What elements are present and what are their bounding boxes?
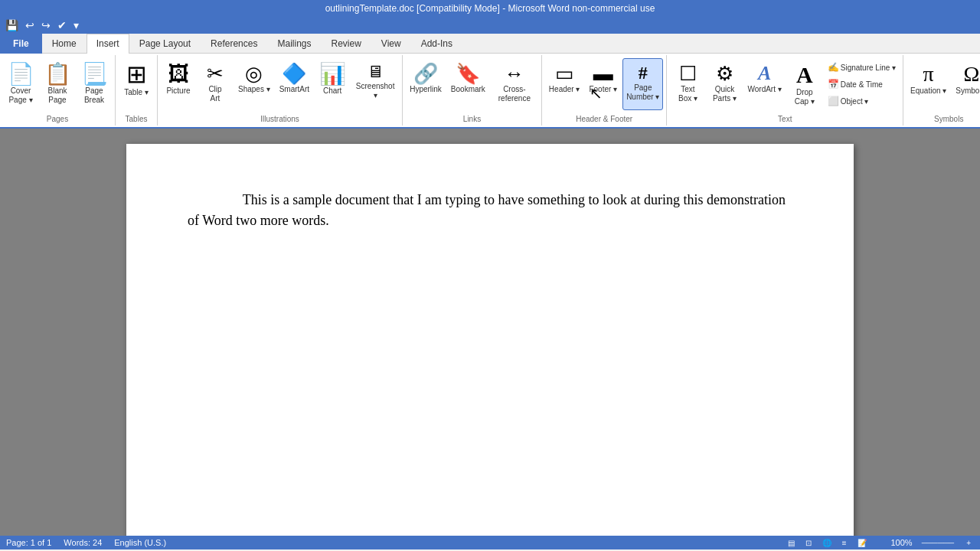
quick-parts-label: QuickParts ▾ xyxy=(713,85,737,103)
web-view-icon[interactable]: 🌐 xyxy=(819,539,835,547)
tab-mailings[interactable]: Mailings xyxy=(267,34,321,54)
picture-icon: 🖼 xyxy=(168,64,189,85)
tab-view[interactable]: View xyxy=(371,34,411,54)
chart-button[interactable]: 📊 Chart xyxy=(315,58,350,110)
blank-page-icon: 📋 xyxy=(44,64,71,85)
tab-review[interactable]: Review xyxy=(321,34,371,54)
cross-reference-label: Cross-reference xyxy=(495,85,534,103)
status-icons: ▤ ⊡ 🌐 ≡ 📝 xyxy=(785,539,870,547)
fullscreen-icon[interactable]: ⊡ xyxy=(802,539,815,547)
chart-label: Chart xyxy=(323,86,341,96)
equation-button[interactable]: π Equation ▾ xyxy=(906,58,950,110)
tab-file[interactable]: File xyxy=(0,34,42,54)
bookmark-button[interactable]: 🔖 Bookmark xyxy=(447,58,489,110)
tab-page-layout[interactable]: Page Layout xyxy=(129,34,201,54)
zoom-level: 100% xyxy=(891,538,913,547)
chart-icon: 📊 xyxy=(319,64,346,85)
header-label: Header ▾ xyxy=(549,85,580,94)
group-pages-label: Pages xyxy=(3,113,112,124)
quick-access-toolbar: 💾 ↩ ↪ ✔ ▾ xyxy=(0,17,980,34)
redo-icon[interactable]: ↪ xyxy=(39,18,53,32)
hyperlink-label: Hyperlink xyxy=(410,85,442,94)
footer-icon: ▬ xyxy=(593,64,613,83)
object-button[interactable]: ⬜ Object ▾ xyxy=(825,95,898,107)
header-button[interactable]: ▭ Header ▾ xyxy=(545,58,584,110)
equation-icon: π xyxy=(923,64,934,85)
tab-home[interactable]: Home xyxy=(42,34,87,54)
group-symbols-label: Symbols xyxy=(906,113,980,124)
document-text: This is a sample document that I am typi… xyxy=(188,190,792,231)
symbol-button[interactable]: Ω Symbol ▾ xyxy=(952,58,980,110)
group-tables-label: Tables xyxy=(119,113,154,124)
object-icon: ⬜ xyxy=(828,96,839,106)
zoom-in-icon[interactable]: + xyxy=(963,539,974,547)
ribbon: 📄 CoverPage ▾ 📋 BlankPage 📃 PageBreak Pa… xyxy=(0,54,980,129)
hyperlink-button[interactable]: 🔗 Hyperlink xyxy=(406,58,446,110)
cross-reference-icon: ↔ xyxy=(505,64,524,83)
draft-icon[interactable]: 📝 xyxy=(854,539,870,547)
drop-cap-button[interactable]: A DropCap ▾ xyxy=(787,58,822,110)
screenshot-button[interactable]: 🖥 Screenshot ▾ xyxy=(351,58,399,110)
blank-page-label: BlankPage xyxy=(47,86,67,105)
status-bar: Page: 1 of 1 Words: 24 English (U.S.) ▤ … xyxy=(0,536,980,549)
symbol-icon: Ω xyxy=(963,64,979,85)
blank-page-button[interactable]: 📋 BlankPage xyxy=(40,58,75,110)
text-box-label: TextBox ▾ xyxy=(678,85,697,103)
customize-qa-icon[interactable]: ▾ xyxy=(71,18,81,32)
group-links-label: Links xyxy=(406,113,538,124)
table-button[interactable]: ⊞ Table ▾ xyxy=(119,58,154,110)
group-header-footer: ▭ Header ▾ ▬ Footer ▾ # PageNumber ▾ Hea… xyxy=(542,55,668,126)
cover-page-label: CoverPage ▾ xyxy=(8,86,32,105)
group-text-label: Text xyxy=(670,113,900,124)
table-icon: ⊞ xyxy=(126,62,147,86)
screenshot-icon: 🖥 xyxy=(367,64,384,80)
smartart-button[interactable]: 🔷 SmartArt xyxy=(276,58,313,110)
text-box-button[interactable]: ☐ TextBox ▾ xyxy=(670,58,705,110)
status-right: ▤ ⊡ 🌐 ≡ 📝 100% ────── + xyxy=(785,538,974,547)
tab-insert[interactable]: Insert xyxy=(87,34,129,54)
group-illustrations-label: Illustrations xyxy=(161,113,399,124)
language: English (U.S.) xyxy=(114,538,166,547)
word-count: Words: 24 xyxy=(64,538,102,547)
group-illustrations: 🖼 Picture ✂ ClipArt ◎ Shapes ▾ 🔷 SmartAr… xyxy=(158,55,403,126)
shapes-button[interactable]: ◎ Shapes ▾ xyxy=(234,58,274,110)
signature-line-button[interactable]: ✍ Signature Line ▾ xyxy=(825,61,898,73)
signature-line-label: Signature Line ▾ xyxy=(841,64,896,72)
picture-label: Picture xyxy=(166,86,190,96)
document-page[interactable]: This is a sample document that I am typi… xyxy=(126,144,854,536)
cross-reference-button[interactable]: ↔ Cross-reference xyxy=(491,58,538,110)
date-time-button[interactable]: 📅 Date & Time xyxy=(825,78,898,90)
wordart-button[interactable]: A WordArt ▾ xyxy=(743,58,785,110)
cover-page-button[interactable]: 📄 CoverPage ▾ xyxy=(3,58,38,110)
footer-button[interactable]: ▬ Footer ▾ xyxy=(585,58,621,110)
picture-button[interactable]: 🖼 Picture xyxy=(161,58,196,110)
page-break-button[interactable]: 📃 PageBreak xyxy=(77,58,112,110)
smartart-icon: 🔷 xyxy=(282,64,306,83)
clip-art-button[interactable]: ✂ ClipArt xyxy=(198,58,233,110)
document-area: This is a sample document that I am typi… xyxy=(0,129,980,536)
group-pages: 📄 CoverPage ▾ 📋 BlankPage 📃 PageBreak Pa… xyxy=(0,55,116,126)
clip-art-label: ClipArt xyxy=(208,85,221,103)
checkmark-icon[interactable]: ✔ xyxy=(55,18,69,32)
outline-icon[interactable]: ≡ xyxy=(839,539,850,547)
page-number-icon: # xyxy=(639,64,648,82)
zoom-bar[interactable]: ────── xyxy=(919,539,958,547)
undo-icon[interactable]: ↩ xyxy=(23,18,37,32)
group-links: 🔗 Hyperlink 🔖 Bookmark ↔ Cross-reference… xyxy=(403,55,542,126)
title-bar: outliningTemplate.doc [Compatibility Mod… xyxy=(0,0,980,17)
quick-parts-button[interactable]: ⚙ QuickParts ▾ xyxy=(707,58,742,110)
header-icon: ▭ xyxy=(555,64,574,83)
hyperlink-icon: 🔗 xyxy=(413,64,438,83)
layout-view-icon[interactable]: ▤ xyxy=(785,539,798,547)
drop-cap-icon: A xyxy=(796,64,813,86)
drop-cap-label: DropCap ▾ xyxy=(795,88,815,106)
save-icon[interactable]: 💾 xyxy=(3,18,21,32)
tab-addins[interactable]: Add-Ins xyxy=(411,34,462,54)
shapes-label: Shapes ▾ xyxy=(238,85,270,94)
date-time-icon: 📅 xyxy=(828,79,839,90)
tab-references[interactable]: References xyxy=(201,34,267,54)
equation-label: Equation ▾ xyxy=(910,86,946,96)
page-number-button[interactable]: # PageNumber ▾ xyxy=(622,58,663,110)
bookmark-icon: 🔖 xyxy=(456,64,480,83)
page-count: Page: 1 of 1 xyxy=(6,538,51,547)
